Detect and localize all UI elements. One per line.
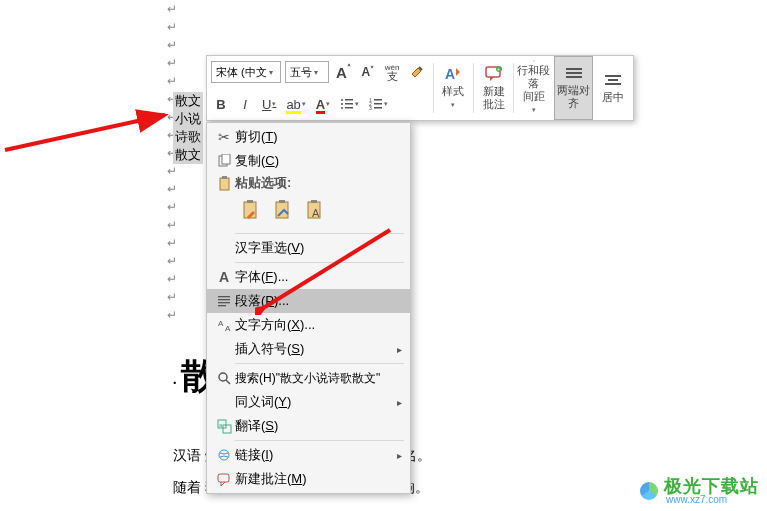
svg-rect-26	[222, 154, 230, 164]
svg-rect-23	[608, 79, 618, 81]
svg-rect-9	[374, 103, 382, 105]
clipboard-icon	[213, 176, 235, 191]
svg-rect-3	[345, 103, 353, 105]
svg-rect-39	[218, 305, 226, 306]
svg-rect-24	[605, 83, 621, 85]
selected-line: 小说	[173, 110, 203, 128]
paste-options-label: 粘贴选项:	[207, 173, 410, 193]
svg-text:A: A	[312, 207, 320, 219]
paragraph-menuitem[interactable]: 段落(P)...	[207, 289, 410, 313]
watermark-logo-icon	[640, 482, 658, 500]
comment-icon	[213, 472, 235, 487]
svg-rect-21	[566, 76, 582, 78]
svg-rect-32	[279, 200, 285, 203]
svg-rect-37	[218, 299, 230, 300]
increase-font-button[interactable]: A˄	[333, 61, 354, 83]
format-painter-button[interactable]	[407, 61, 429, 83]
styles-button[interactable]: A 样式▾	[433, 56, 473, 120]
translate-icon: a	[213, 419, 235, 434]
synonym-menuitem[interactable]: 同义词(Y) ▸	[207, 390, 410, 414]
svg-text:+: +	[497, 66, 500, 72]
svg-text:A: A	[225, 324, 231, 333]
svg-point-4	[341, 107, 343, 109]
selected-line: 诗歌	[173, 128, 203, 146]
font-a-icon: A	[213, 269, 235, 285]
svg-rect-36	[218, 296, 230, 297]
new-comment-menuitem[interactable]: 新建批注(M)	[207, 467, 410, 491]
numbering-button[interactable]: 123▾	[366, 93, 391, 115]
bullets-button[interactable]: ▾	[337, 93, 362, 115]
text-direction-menuitem[interactable]: AA 文字方向(X)...	[207, 313, 410, 337]
watermark: 极光下载站 www.xz7.com	[640, 477, 759, 505]
paste-keep-source-button[interactable]	[237, 197, 265, 225]
svg-point-0	[341, 99, 343, 101]
svg-text:a: a	[219, 422, 223, 428]
submenu-arrow-icon: ▸	[397, 450, 402, 461]
svg-rect-38	[218, 302, 230, 303]
search-menuitem[interactable]: 搜索(H)"散文小说诗歌散文"	[207, 366, 410, 390]
paragraph-icon	[213, 294, 235, 309]
svg-text:3: 3	[369, 105, 372, 111]
context-menu: ✂ 剪切(T) 复制(C) 粘贴选项: A 汉字重选(V) A 字体(F)...	[206, 122, 411, 494]
new-comment-button[interactable]: + 新建 批注	[474, 56, 514, 120]
watermark-brand: 极光下载站	[664, 477, 759, 495]
paste-text-only-button[interactable]: A	[301, 197, 329, 225]
hanzi-reselect-menuitem[interactable]: 汉字重选(V)	[207, 236, 410, 260]
scissors-icon: ✂	[213, 129, 235, 145]
phonetic-guide-button[interactable]: wén支	[382, 61, 403, 83]
font-menuitem[interactable]: A 字体(F)...	[207, 265, 410, 289]
translate-menuitem[interactable]: a 翻译(S)	[207, 414, 410, 438]
link-menuitem[interactable]: 链接(I) ▸	[207, 443, 410, 467]
paste-options-row: A	[207, 193, 410, 231]
submenu-arrow-icon: ▸	[397, 397, 402, 408]
svg-rect-47	[218, 474, 229, 482]
font-size-combo[interactable]: 五号▾	[285, 61, 329, 83]
svg-rect-28	[222, 176, 227, 179]
italic-button[interactable]: I	[235, 93, 255, 115]
underline-button[interactable]: U▾	[259, 93, 279, 115]
search-icon	[213, 371, 235, 386]
selected-line: 散文	[173, 92, 203, 110]
font-color-button[interactable]: A▾	[313, 93, 333, 115]
svg-text:A: A	[445, 66, 455, 82]
svg-rect-20	[566, 72, 582, 74]
center-button[interactable]: 居中	[593, 56, 633, 120]
paste-merge-button[interactable]	[269, 197, 297, 225]
svg-rect-22	[605, 75, 621, 77]
svg-rect-34	[311, 200, 317, 203]
text-direction-icon: AA	[213, 318, 235, 333]
svg-rect-11	[374, 107, 382, 109]
highlight-color-button[interactable]: ab▾	[283, 93, 308, 115]
svg-rect-19	[566, 68, 582, 70]
svg-rect-27	[220, 178, 229, 190]
svg-point-42	[219, 373, 227, 381]
watermark-url: www.xz7.com	[666, 495, 759, 505]
svg-rect-30	[247, 200, 253, 203]
line-spacing-button[interactable]: 行和段落 间距▾	[514, 56, 554, 120]
bold-button[interactable]: B	[211, 93, 231, 115]
svg-rect-44	[223, 425, 231, 433]
svg-rect-1	[345, 99, 353, 101]
link-icon-icon	[213, 448, 235, 463]
svg-text:A: A	[218, 319, 224, 328]
insert-symbol-menuitem[interactable]: 插入符号(S) ▸	[207, 337, 410, 361]
justify-button[interactable]: 两端对齐	[554, 56, 594, 120]
cut-menuitem[interactable]: ✂ 剪切(T)	[207, 125, 410, 149]
selected-text[interactable]: 散文 小说 诗歌 散文	[173, 92, 203, 164]
svg-rect-7	[374, 99, 382, 101]
decrease-font-button[interactable]: A˅	[358, 61, 378, 83]
svg-point-2	[341, 103, 343, 105]
submenu-arrow-icon: ▸	[397, 344, 402, 355]
mini-toolbar: 宋体 (中文▾ 五号▾ A˄ A˅ wén支 B I U▾ ab▾ A▾ ▾	[206, 55, 634, 121]
svg-point-46	[219, 450, 229, 460]
svg-rect-5	[345, 107, 353, 109]
font-family-combo[interactable]: 宋体 (中文▾	[211, 61, 281, 83]
copy-icon	[213, 154, 235, 169]
selected-line: 散文	[173, 146, 203, 164]
copy-menuitem[interactable]: 复制(C)	[207, 149, 410, 173]
